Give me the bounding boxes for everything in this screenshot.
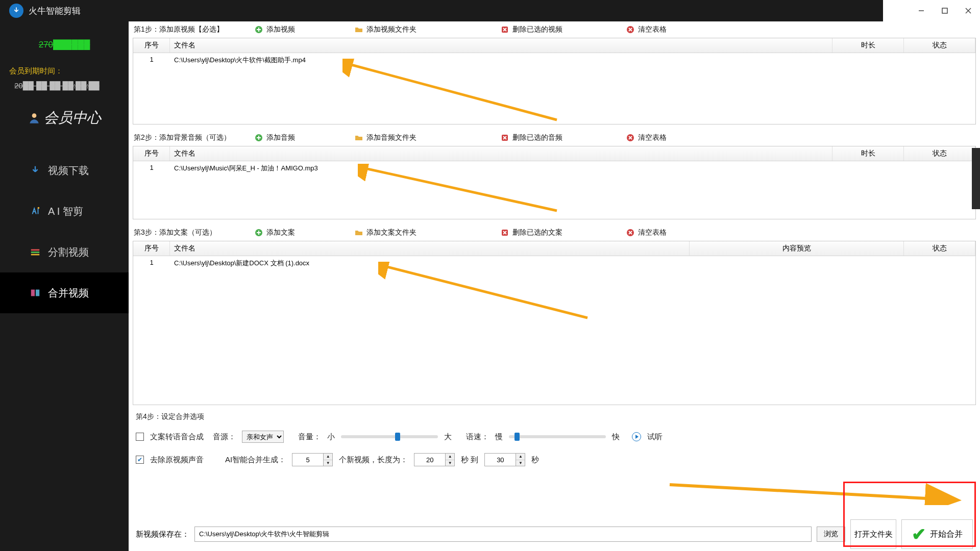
plus-icon [254,228,263,237]
tts-checkbox[interactable] [136,433,144,441]
col-status: 状态 [904,146,975,161]
nav-label: 分割视频 [48,245,89,259]
plus-icon [254,25,263,34]
step2-title: 第2步：添加背景音频（可选） [134,133,231,142]
length-to-spinner[interactable]: ▲▼ [484,453,525,466]
table-row[interactable]: 1 C:\Users\ylj\Desktop\新建DOCX 文档 (1).doc… [133,256,975,269]
length-from-spinner[interactable]: ▲▼ [414,453,455,466]
open-folder-button[interactable]: 打开文件夹 [850,519,896,549]
speed-label: 语速： [466,432,489,442]
clear-icon [626,133,635,142]
tts-label: 文案转语音合成 [150,432,204,442]
svg-rect-10 [36,290,39,296]
ai-gen-label: AI智能合并生成： [225,455,286,465]
col-index: 序号 [133,146,170,161]
step2-table: 序号 文件名 时长 状态 1 C:\Users\ylj\Music\阿呆E_H … [133,146,976,219]
folder-icon [354,25,363,34]
col-preview: 内容预览 [690,241,904,256]
nav-label: 合并视频 [48,286,89,300]
step1-title: 第1步：添加原视频【必选】 [134,25,231,34]
col-filename: 文件名 [170,241,690,256]
step2-delete-button[interactable]: 删除已选的音频 [500,133,602,142]
col-filename: 文件名 [170,38,832,53]
speed-slider[interactable] [509,435,606,438]
volume-label: 音量： [298,432,321,442]
col-duration: 时长 [832,38,904,53]
preview-play-icon[interactable] [632,432,641,441]
col-status: 状态 [904,241,975,256]
step2-clear-button[interactable]: 清空表格 [626,133,682,142]
preview-label[interactable]: 试听 [647,432,663,442]
step3-add-folder-button[interactable]: 添加文案文件夹 [354,228,431,237]
delete-icon [500,133,509,142]
svg-line-15 [348,64,557,120]
step3-toolbar: 第3步：添加文案（可选） 添加文案 添加文案文件夹 删除已选的文案 清空表格 [129,224,980,241]
volume-slider[interactable] [341,435,438,438]
step3-clear-button[interactable]: 清空表格 [626,228,682,237]
app-title: 火牛智能剪辑 [29,5,81,17]
ai-icon [30,206,41,217]
col-filename: 文件名 [170,146,832,161]
sidebar: 270██████ 会员到期时间： 20██-██-██ ██:██:██ 会员… [0,21,129,551]
clear-icon [626,25,635,34]
nav-label: A I 智剪 [48,205,83,218]
step4-panel: 第4步：设定合并选项 文案转语音合成 音源： 亲和女声 音量： 小 大 语速： … [129,410,980,466]
svg-point-4 [32,113,37,118]
step2-add-folder-button[interactable]: 添加音频文件夹 [354,133,431,142]
col-status: 状态 [904,38,975,53]
nav-label: 视频下载 [48,164,89,178]
step1-clear-button[interactable]: 清空表格 [626,25,682,34]
voice-source-select[interactable]: 亲和女声 [242,431,284,443]
user-id: 270██████ [0,40,129,50]
step3-add-button[interactable]: 添加文案 [254,228,331,237]
plus-icon [254,133,263,142]
member-center-button[interactable]: 会员中心 [0,108,129,128]
svg-rect-7 [31,252,40,253]
svg-line-27 [670,485,955,500]
save-path-input[interactable]: C:\Users\ylj\Desktop\火牛软件\火牛智能剪辑 [194,527,812,542]
nav-item-video-download[interactable]: 视频下载 [0,150,129,191]
nav-item-merge-video[interactable]: 合并视频 [0,272,129,313]
ai-count-spinner[interactable]: ▲▼ [292,453,333,466]
step3-delete-button[interactable]: 删除已选的文案 [500,228,602,237]
nav-item-ai-clip[interactable]: A I 智剪 [0,191,129,232]
window-controls [910,0,980,21]
expire-date: 20██-██-██ ██:██:██ [14,81,129,90]
save-path-label: 新视频保存在： [136,530,189,539]
bottom-bar: 新视频保存在： C:\Users\ylj\Desktop\火牛软件\火牛智能剪辑… [129,517,980,551]
split-icon [30,246,41,258]
folder-icon [354,133,363,142]
table-row[interactable]: 1 C:\Users\ylj\Desktop\火牛软件\截图助手.mp4 [133,53,975,66]
start-merge-button[interactable]: ✔ 开始合并 [901,519,973,549]
col-index: 序号 [133,241,170,256]
step2-add-button[interactable]: 添加音频 [254,133,331,142]
table-row[interactable]: 1 C:\Users\ylj\Music\阿呆E_H - 加油！AMIGO.mp… [133,161,975,174]
svg-rect-6 [31,249,40,251]
step1-toolbar: 第1步：添加原视频【必选】 添加视频 添加视频文件夹 删除已选的视频 清空表格 [129,21,980,38]
maximize-button[interactable] [933,0,957,21]
svg-rect-1 [942,8,947,13]
remove-audio-label: 去除原视频声音 [150,455,204,465]
step1-delete-button[interactable]: 删除已选的视频 [500,25,602,34]
nav-item-split-video[interactable]: 分割视频 [0,232,129,272]
expire-label: 会员到期时间： [9,66,129,76]
browse-button[interactable]: 浏览 [817,527,845,542]
merge-icon [30,287,41,298]
col-index: 序号 [133,38,170,53]
close-button[interactable] [957,0,980,21]
step1-add-folder-button[interactable]: 添加视频文件夹 [354,25,431,34]
folder-icon [354,228,363,237]
step3-title: 第3步：添加文案（可选） [134,228,231,237]
step2-toolbar: 第2步：添加背景音频（可选） 添加音频 添加音频文件夹 删除已选的音频 清空表格 [129,130,980,146]
nav: 视频下载 A I 智剪 分割视频 合并视频 [0,150,129,313]
svg-rect-9 [31,290,35,296]
member-avatar-icon [28,111,41,124]
step1-table: 序号 文件名 时长 状态 1 C:\Users\ylj\Desktop\火牛软件… [133,38,976,124]
source-label: 音源： [213,432,236,442]
delete-icon [500,25,509,34]
svg-line-25 [383,266,587,318]
remove-audio-checkbox[interactable]: ✔ [136,456,144,464]
download-icon [30,165,41,176]
minimize-button[interactable] [910,0,933,21]
step1-add-button[interactable]: 添加视频 [254,25,331,34]
